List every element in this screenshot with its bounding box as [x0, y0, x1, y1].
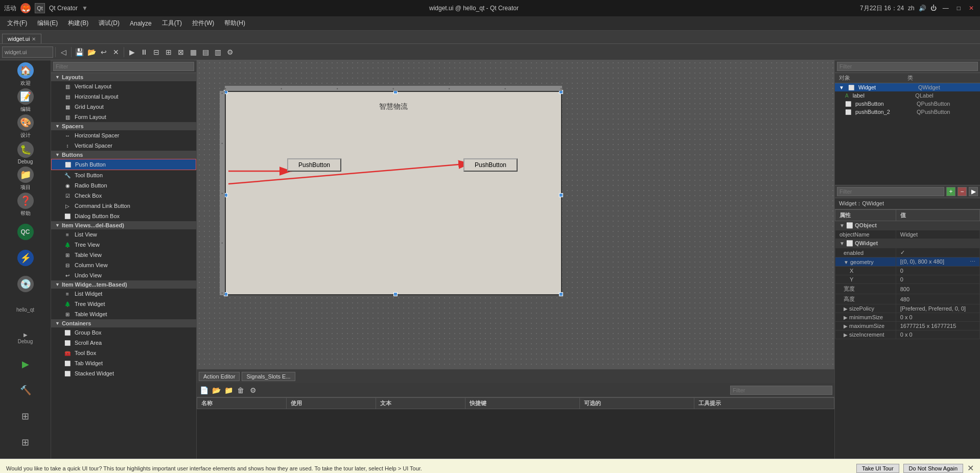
widget-radio-button[interactable]: ◉ Radio Button	[51, 180, 196, 191]
obj-tree[interactable]: ▼ ⬜ Widget QWidget A label QLabel ⬜ push…	[835, 83, 980, 185]
menu-file[interactable]: 文件(F)	[2, 18, 32, 29]
menu-help[interactable]: 帮助(H)	[219, 18, 250, 29]
prop-val-y[interactable]: 0	[896, 275, 979, 284]
handle-bm[interactable]	[393, 292, 398, 296]
widget-table-widget[interactable]: ⊞ Table Widget	[51, 309, 196, 319]
geometry-expand[interactable]: ▼	[844, 259, 849, 265]
section-spacers[interactable]: Spacers	[51, 122, 196, 130]
menu-edit[interactable]: 编辑(E)	[32, 18, 63, 29]
obj-row-widget[interactable]: ▼ ⬜ Widget QWidget	[835, 83, 980, 91]
toolbar-layout2-btn[interactable]: ⊞	[163, 46, 174, 58]
prop-val-sizeincrement[interactable]: 0 x 0	[896, 330, 979, 339]
widget-table-view[interactable]: ⊞ Table View	[51, 250, 196, 260]
action-del-btn[interactable]: 🗑	[236, 385, 246, 395]
toolbar-undo-btn[interactable]: ↩	[98, 46, 109, 58]
widget-stacked-widget[interactable]: ⬜ Stacked Widget	[51, 368, 196, 379]
section-layouts[interactable]: Layouts	[51, 73, 196, 81]
widget-filter-input[interactable]	[53, 62, 194, 71]
prop-val-maxsize[interactable]: 16777215 x 16777215	[896, 322, 979, 330]
widget-list-view[interactable]: ≡ List View	[51, 229, 196, 240]
do-not-show-btn[interactable]: Do Not Show Again	[903, 464, 963, 473]
menu-build[interactable]: 构建(B)	[63, 18, 94, 29]
obj-row-pushbutton[interactable]: ⬜ pushButton QPushButton	[835, 100, 980, 108]
sidebar-debug[interactable]: 🐛 Debug	[5, 140, 46, 165]
toolbar-pause-btn[interactable]: ⏸	[138, 46, 150, 58]
minsize-expand[interactable]: ▶	[844, 315, 848, 320]
widget-column-view[interactable]: ⊟ Column View	[51, 260, 196, 270]
sidebar-dvd[interactable]: 💿	[5, 272, 46, 297]
sidebar-build[interactable]: 🔨	[5, 377, 46, 403]
prop-more-btn[interactable]: ▶	[969, 187, 978, 196]
maxsize-expand[interactable]: ▶	[844, 323, 848, 329]
app-icon[interactable]: Qt	[35, 3, 45, 13]
sidebar-projects[interactable]: 📁 项目	[5, 167, 46, 192]
sidebar-qc[interactable]: QC	[5, 220, 46, 245]
geometry-edit-btn[interactable]: ⋯	[970, 258, 975, 265]
widget-undo-view[interactable]: ↩ Undo View	[51, 270, 196, 280]
widget-tool-button[interactable]: 🔧 Tool Button	[51, 170, 196, 180]
prop-val-geometry[interactable]: [(0, 0), 800 x 480] ⋯	[896, 257, 979, 267]
section-item-views[interactable]: Item Views...del-Based)	[51, 221, 196, 229]
prop-val-x[interactable]: 0	[896, 267, 979, 275]
handle-br[interactable]	[559, 292, 563, 296]
prop-val-objectname[interactable]: Widget	[896, 230, 979, 239]
canvas-pushbutton-2[interactable]: PushButton	[463, 158, 518, 172]
widget-form-layout[interactable]: ▥ Form Layout	[51, 112, 196, 122]
prop-val-minsize[interactable]: 0 x 0	[896, 313, 979, 322]
handle-mr[interactable]	[559, 193, 563, 197]
toolbar-open-btn[interactable]: 📂	[86, 46, 97, 58]
prop-filter-input[interactable]	[837, 187, 944, 196]
widget-horizontal-layout[interactable]: ▤ Horizontal Layout	[51, 91, 196, 102]
tab-widget-ui[interactable]: widget.ui ✕	[2, 34, 41, 43]
take-tour-btn[interactable]: Take UI Tour	[856, 464, 899, 473]
prop-remove-btn[interactable]: −	[958, 187, 967, 196]
widget-tree-view[interactable]: 🌲 Tree View	[51, 240, 196, 250]
obj-row-pushbutton2[interactable]: ⬜ pushButton_2 QPushButton	[835, 108, 980, 116]
menu-analyze[interactable]: Analyze	[125, 19, 157, 28]
obj-row-label[interactable]: A label QLabel	[835, 91, 980, 100]
action-open-btn[interactable]: 📂	[211, 385, 221, 395]
toolbar-layout3-btn[interactable]: ⊠	[175, 46, 186, 58]
section-containers[interactable]: Containers	[51, 319, 196, 327]
toolbar-layout4-btn[interactable]: ▦	[188, 46, 199, 58]
section-buttons[interactable]: Buttons	[51, 151, 196, 159]
prop-val-enabled[interactable]: ✓	[896, 248, 979, 257]
notif-close-btn[interactable]: ✕	[967, 463, 974, 473]
widget-tree-widget[interactable]: 🌲 Tree Widget	[51, 299, 196, 309]
sidebar-design[interactable]: 🎨 设计	[5, 114, 46, 139]
toolbar-layout6-btn[interactable]: ▥	[212, 46, 223, 58]
widget-tab-widget[interactable]: ⬜ Tab Widget	[51, 358, 196, 368]
toolbar-close-btn[interactable]: ✕	[110, 46, 122, 58]
maximize-btn[interactable]: □	[955, 5, 963, 12]
tab-close-icon[interactable]: ✕	[32, 36, 36, 42]
canvas-area[interactable]: 智慧物流	[197, 60, 834, 369]
widget-push-button[interactable]: ⬜ Push Button	[51, 159, 196, 170]
sidebar-vscode[interactable]: ⚡	[5, 246, 46, 271]
toolbar-play-btn[interactable]: ▶	[126, 46, 137, 58]
action-folder-btn[interactable]: 📁	[223, 385, 234, 395]
toolbar-settings-btn[interactable]: ⚙	[224, 46, 236, 58]
firefox-icon[interactable]: 🦊	[20, 3, 31, 13]
toolbar-layout1-btn[interactable]: ⊟	[151, 46, 162, 58]
prop-val-sizepolicy[interactable]: [Preferred, Preferred, 0, 0]	[896, 304, 979, 313]
sizeincrement-expand[interactable]: ▶	[844, 332, 848, 338]
widget-scroll-area[interactable]: ⬜ Scroll Area	[51, 338, 196, 348]
menu-tools[interactable]: 工具(T)	[157, 18, 187, 29]
dropdown-arrow[interactable]: ▼	[82, 5, 88, 12]
prop-val-width[interactable]: 800	[896, 284, 979, 294]
toolbar-save-btn[interactable]: 💾	[74, 46, 85, 58]
toolbar-back-btn[interactable]: ◁	[58, 46, 69, 58]
widget-v-spacer[interactable]: ↕ Vertical Spacer	[51, 140, 196, 151]
sidebar-help[interactable]: ❓ 帮助	[5, 193, 46, 218]
close-btn[interactable]: ✕	[967, 5, 976, 12]
sidebar-debug-btn[interactable]: ▶ Debug	[5, 325, 46, 350]
sidebar-hello-qt[interactable]: hello_qt	[5, 297, 46, 322]
widget-list-widget[interactable]: ≡ List Widget	[51, 289, 196, 299]
menu-controls[interactable]: 控件(W)	[187, 18, 219, 29]
widget-dialog-btn-box[interactable]: ⬜ Dialog Button Box	[51, 211, 196, 221]
widget-h-spacer[interactable]: ↔ Horizontal Spacer	[51, 130, 196, 140]
canvas-pushbutton-1[interactable]: PushButton	[287, 158, 341, 172]
sidebar-apps[interactable]: ⊞	[5, 430, 46, 455]
action-new-btn[interactable]: 📄	[199, 385, 209, 395]
sidebar-play[interactable]: ▶	[5, 351, 46, 376]
